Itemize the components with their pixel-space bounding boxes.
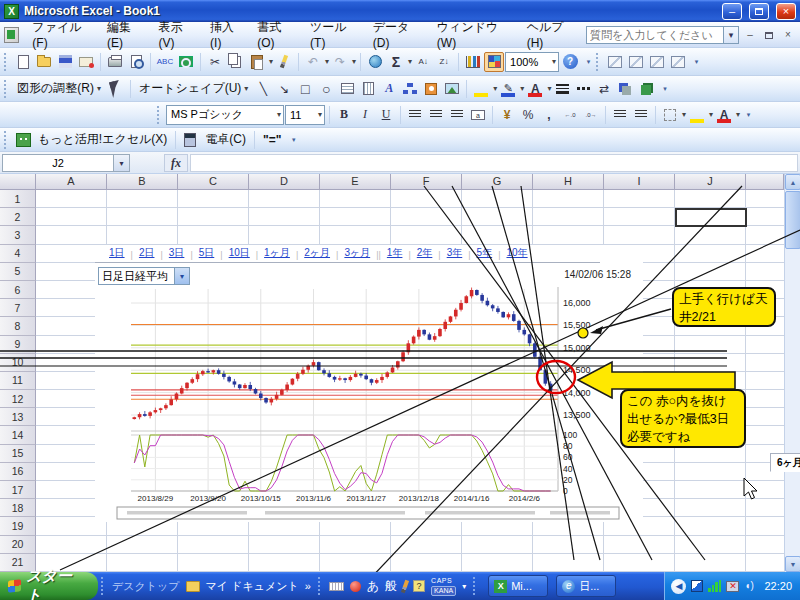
menu-item[interactable]: 編集(E) <box>100 16 152 53</box>
doc-restore-button[interactable] <box>761 27 777 42</box>
series-select-caret-icon[interactable]: ▾ <box>174 268 189 284</box>
column-header[interactable]: G <box>462 174 533 190</box>
rectangle-tool-icon[interactable]: □ <box>295 79 315 99</box>
column-header[interactable]: A <box>36 174 107 190</box>
chart-range-tab[interactable]: 5日 <box>193 244 221 262</box>
sort-ascending-icon[interactable]: A↓ <box>413 52 433 72</box>
drawing-toggle-icon[interactable] <box>484 52 504 72</box>
name-box[interactable] <box>2 154 114 172</box>
menu-item[interactable]: 表示(V) <box>151 16 203 53</box>
chart-range-tab[interactable]: 6ヶ月 <box>770 453 800 472</box>
research-icon[interactable] <box>176 52 196 72</box>
close-button[interactable]: × <box>776 3 796 20</box>
save-icon[interactable] <box>55 52 75 72</box>
autosum-options-icon[interactable]: ▾ <box>408 57 412 66</box>
menu-item[interactable]: ヘルプ(H) <box>520 16 584 53</box>
taskbar-excel-task[interactable]: X Mi... <box>488 575 548 597</box>
help-icon[interactable]: ? <box>560 52 580 72</box>
quicklaunch-overflow-icon[interactable]: » <box>305 580 311 592</box>
cell-fill-color-icon[interactable] <box>687 105 707 125</box>
doc-minimize-button[interactable]: – <box>742 27 758 42</box>
align-right-icon[interactable] <box>447 105 467 125</box>
menu-item[interactable]: 書式(O) <box>250 16 303 53</box>
callout-ceiling[interactable]: 上手く行けば天 井2/21 <box>672 287 776 327</box>
menu-item[interactable]: データ(D) <box>366 16 430 53</box>
formula-input[interactable] <box>190 154 798 172</box>
borders-caret-icon[interactable]: ▾ <box>682 110 686 119</box>
doc-close-button[interactable]: × <box>780 27 796 42</box>
column-header[interactable]: F <box>391 174 462 190</box>
format-painter-icon[interactable] <box>274 52 294 72</box>
select-all-corner[interactable] <box>0 174 36 190</box>
sort-descending-icon[interactable]: Z↓ <box>434 52 454 72</box>
autosum-icon[interactable]: Σ <box>386 52 406 72</box>
chart-range-tab[interactable]: 1ヶ月 <box>258 244 296 262</box>
toolbar-grip[interactable] <box>596 53 601 71</box>
calculator-icon[interactable] <box>180 130 200 150</box>
toolbar-options-icon[interactable]: ▾ <box>288 130 299 150</box>
excel-tips-icon[interactable] <box>13 130 33 150</box>
row-header[interactable]: 2 <box>0 208 36 226</box>
stock-chart-object[interactable]: 1日|2日|3日|5日|10日|1ヶ月|2ヶ月|3ヶ月|6ヶ月|1年|2年|3年… <box>95 245 643 522</box>
clipart-icon[interactable] <box>421 79 441 99</box>
menu-item[interactable]: ウィンドウ(W) <box>430 16 520 53</box>
line-tool-icon[interactable]: ╲ <box>253 79 273 99</box>
column-header[interactable]: C <box>178 174 249 190</box>
chart-range-tab[interactable]: 10年 <box>500 244 533 262</box>
restore-button[interactable] <box>749 3 769 20</box>
arrow-tool-icon[interactable]: ↘ <box>274 79 294 99</box>
row-header[interactable]: 19 <box>0 517 36 535</box>
row-header[interactable]: 6 <box>0 281 36 299</box>
arrow-style-icon[interactable]: ⇄ <box>594 79 614 99</box>
custom-tool-2-icon[interactable] <box>626 52 646 72</box>
zoom-combo[interactable]: 100%▾ <box>505 52 559 72</box>
paste-icon[interactable] <box>247 52 267 72</box>
tray-app-icon[interactable] <box>691 580 703 592</box>
row-header[interactable]: 9 <box>0 336 36 354</box>
ime-input-mode[interactable]: あ <box>367 578 379 595</box>
question-dropdown-icon[interactable]: ▾ <box>724 26 739 44</box>
calculator-button[interactable]: 電卓(C) <box>201 131 250 148</box>
scroll-up-icon[interactable]: ▲ <box>785 174 800 190</box>
column-header[interactable]: I <box>604 174 675 190</box>
cell-fill-caret-icon[interactable]: ▾ <box>709 110 713 119</box>
chart-range-tab[interactable]: 1年 <box>381 244 409 262</box>
tray-collapse-icon[interactable]: ◀ <box>671 579 686 594</box>
font-color-caret-icon[interactable]: ▾ <box>547 84 551 93</box>
callout-breakout[interactable]: この 赤○内を抜け 出せるか?最低3日 必要ですね <box>620 389 746 448</box>
keyboard-layout-icon[interactable] <box>329 582 344 591</box>
textbox-tool-icon[interactable] <box>337 79 357 99</box>
scroll-down-icon[interactable]: ▼ <box>785 556 800 572</box>
borders-icon[interactable] <box>660 105 680 125</box>
active-cell-J2[interactable] <box>675 208 747 227</box>
toolbar-options-icon[interactable]: ▾ <box>743 105 754 125</box>
row-header[interactable]: 20 <box>0 536 36 554</box>
threed-style-icon[interactable] <box>636 79 656 99</box>
menu-item[interactable]: ファイル(F) <box>25 16 100 53</box>
hyperlink-icon[interactable] <box>365 52 385 72</box>
ime-pad-icon[interactable] <box>350 581 361 592</box>
chart-range-tab[interactable]: 2ヶ月 <box>298 244 336 262</box>
chart-range-tab[interactable]: 2日 <box>133 244 161 262</box>
toolbar-grip[interactable] <box>4 80 9 98</box>
row-header[interactable]: 11 <box>0 372 36 390</box>
chart-range-tab[interactable]: 3ヶ月 <box>338 244 376 262</box>
column-header[interactable]: E <box>320 174 391 190</box>
wordart-icon[interactable]: A <box>379 79 399 99</box>
row-header[interactable]: 13 <box>0 408 36 426</box>
oval-tool-icon[interactable]: ○ <box>316 79 336 99</box>
cell-font-color-icon[interactable]: A <box>714 105 734 125</box>
insert-picture-icon[interactable] <box>442 79 462 99</box>
chart-range-tab[interactable]: 1日 <box>103 244 131 262</box>
row-header[interactable]: 8 <box>0 317 36 335</box>
diagram-icon[interactable] <box>400 79 420 99</box>
taskbar-ie-task[interactable]: e 日... <box>556 575 616 597</box>
row-header[interactable]: 7 <box>0 299 36 317</box>
toolbar-grip[interactable] <box>4 131 9 149</box>
chart-range-tab[interactable]: 3年 <box>441 244 469 262</box>
quicklaunch-desktop[interactable]: デスクトップ <box>112 579 180 594</box>
language-bar-options-icon[interactable]: ▾ <box>462 582 466 591</box>
bold-icon[interactable]: B <box>334 105 354 125</box>
row-header[interactable]: 18 <box>0 499 36 517</box>
decrease-indent-icon[interactable] <box>610 105 630 125</box>
